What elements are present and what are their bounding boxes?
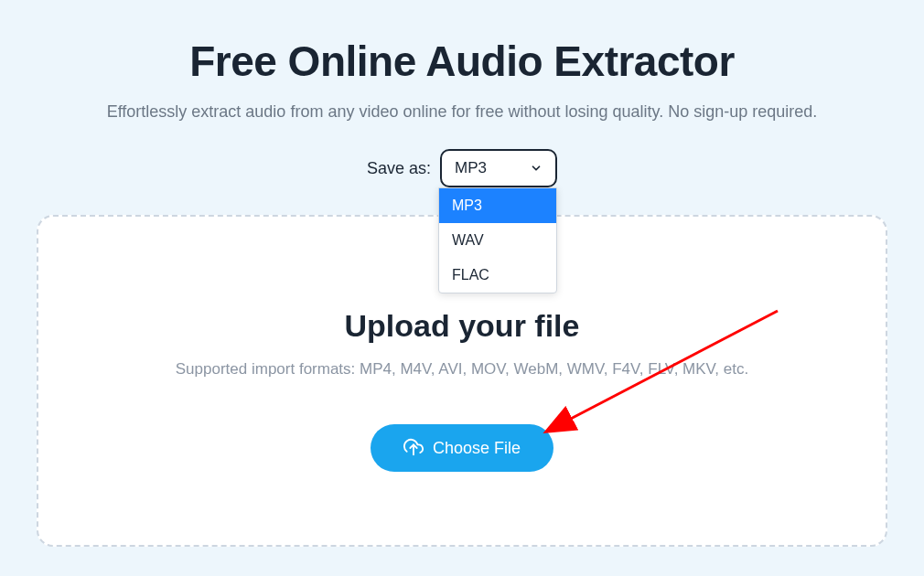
- dropdown-option-wav[interactable]: WAV: [439, 223, 556, 258]
- upload-title: Upload your file: [57, 308, 867, 344]
- format-dropdown: MP3 WAV FLAC: [438, 187, 557, 293]
- format-select[interactable]: MP3: [440, 149, 557, 187]
- upload-cloud-icon: [403, 438, 424, 458]
- page-subtitle: Effortlessly extract audio from any vide…: [0, 102, 924, 122]
- dropdown-option-mp3[interactable]: MP3: [439, 188, 556, 223]
- format-select-value: MP3: [455, 159, 487, 177]
- choose-file-button[interactable]: Choose File: [371, 424, 553, 472]
- save-as-row: Save as: MP3 MP3 WAV FLAC: [367, 149, 557, 187]
- save-as-label: Save as:: [367, 159, 431, 178]
- dropdown-option-flac[interactable]: FLAC: [439, 258, 556, 293]
- upload-subtitle: Supported import formats: MP4, M4V, AVI,…: [57, 360, 867, 379]
- chevron-down-icon: [530, 162, 543, 175]
- choose-file-label: Choose File: [433, 439, 521, 458]
- page-title: Free Online Audio Extractor: [0, 37, 924, 86]
